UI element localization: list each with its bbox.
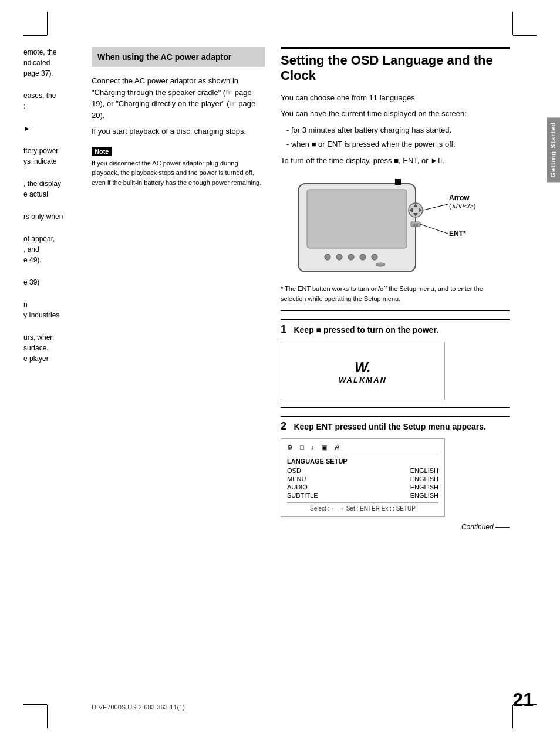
step2-marker: 2 Keep ENT pressed until the Setup menu … [281,416,510,432]
setup-icon-2: □ [300,444,304,451]
setup-menu-box: ⚙ □ ♪ ▣ 🖨 LANGUAGE SETUP OSD ENGLISH MEN… [281,438,445,517]
footnote: * The ENT button works to turn on/off th… [281,284,510,303]
svg-point-2 [325,254,330,260]
corner-mark-tr-h [513,35,537,36]
left-text-5: rs only when [23,211,91,222]
device-image-area: ENT Arrow (∧/∨/</>) ENT* [281,172,480,281]
setup-icon-5: 🖨 [334,444,340,451]
ac-power-box: When using the AC power adaptor [92,47,265,67]
svg-text:ENT: ENT [413,223,419,227]
svg-point-4 [348,254,354,260]
step1-marker: 1 Keep ■ pressed to turn on the power. [281,319,510,336]
svg-line-16 [423,204,448,210]
divider-1 [281,310,510,311]
ac-box-title: When using the AC power adaptor [97,52,259,62]
corner-mark-tl-v [47,12,48,35]
left-text-arrow: ► [23,123,91,134]
right-column: Setting the OSD Language and the Clock Y… [281,47,510,531]
middle-column: When using the AC power adaptor Connect … [92,47,265,192]
page-number: 21 [512,689,534,711]
left-column: emote, thendicatedpage 37). eases, the: … [23,47,91,376]
setup-value-menu: ENGLISH [410,475,438,482]
setup-icon-4: ▣ [321,444,327,451]
main-heading: Setting the OSD Language and the Clock [281,47,510,84]
setup-value-audio: ENGLISH [410,484,438,491]
setup-icon-1: ⚙ [287,444,293,451]
note-label: Note [92,147,112,156]
setup-menu-header: LANGUAGE SETUP [287,458,438,465]
corner-mark-tr-v [512,12,513,35]
corner-mark-bl-h [23,704,47,705]
footer-code: D-VE7000S.US.2-683-363-11(1) [92,704,185,711]
left-text-1: emote, thendicatedpage 37). [23,47,91,79]
setup-label-osd: OSD [287,467,301,474]
left-text-6: ot appear,, ande 49). [23,234,91,265]
setup-row-audio: AUDIO ENGLISH [287,484,438,491]
walkman-logo-box: W. WALKMAN [281,342,445,400]
setup-row-subtitle: SUBTITLE ENGLISH [287,492,438,499]
corner-mark-tl-h [23,35,47,36]
svg-text:W.: W. [355,359,371,375]
svg-point-15 [376,263,385,266]
svg-point-5 [360,254,366,260]
bullet-1: - for 3 minutes after battery charging h… [286,124,510,136]
setup-value-subtitle: ENGLISH [410,492,438,499]
step1-text: Keep ■ pressed to turn on the power. [294,325,438,334]
svg-text:Arrow: Arrow [449,194,470,202]
setup-icon-3: ♪ [311,444,315,451]
svg-line-19 [420,224,448,234]
corner-mark-bl-v [47,705,48,728]
ac-body-text-2: If you start playback of a disc, chargin… [92,126,265,137]
bullet-2: - when ■ or ENT is pressed when the powe… [286,138,510,150]
setup-menu-icons: ⚙ □ ♪ ▣ 🖨 [287,444,438,454]
svg-point-3 [336,254,342,260]
left-text-7: e 39) [23,277,91,288]
side-tab: Getting Started [547,117,560,182]
setup-label-audio: AUDIO [287,484,308,491]
left-text-3: ttery powerys indicate [23,146,91,167]
svg-point-6 [372,254,377,260]
ac-body-text-1: Connect the AC power adaptor as shown in… [92,75,265,121]
page-container: emote, thendicatedpage 37). eases, the: … [0,0,560,740]
intro-text-1: You can choose one from 11 languages. [281,92,510,104]
step2-text: Keep ENT pressed until the Setup menu ap… [294,422,486,431]
left-text-4: , the displaye actual [23,178,91,200]
setup-value-osd: ENGLISH [410,467,438,474]
svg-text:WALKMAN: WALKMAN [339,376,387,384]
svg-text:(∧/∨/</>): (∧/∨/</>) [449,202,475,210]
svg-text:ENT*: ENT* [449,229,466,238]
left-text-9: urs, whensurface.e player [23,332,91,364]
intro-text-2: You can have the current time displayed … [281,108,510,120]
left-text-2: eases, the: [23,90,91,111]
walkman-logo: W. WALKMAN [328,356,398,387]
left-text-8: ny Industries [23,299,91,320]
turn-off-text: To turn off the time display, press ■, E… [281,155,510,167]
continued-text: Continued —— [281,523,510,531]
setup-row-menu: MENU ENGLISH [287,475,438,482]
device-svg: ENT Arrow (∧/∨/</>) ENT* [281,172,480,281]
setup-row-osd: OSD ENGLISH [287,467,438,474]
note-text: If you disconnect the AC power adaptor p… [92,158,265,188]
svg-rect-1 [307,190,407,248]
setup-label-menu: MENU [287,475,306,482]
svg-rect-7 [395,179,401,185]
divider-2 [281,407,510,408]
setup-select-bar: Select : ← → Set : ENTER Exit : SETUP [287,502,438,512]
setup-label-subtitle: SUBTITLE [287,492,318,499]
